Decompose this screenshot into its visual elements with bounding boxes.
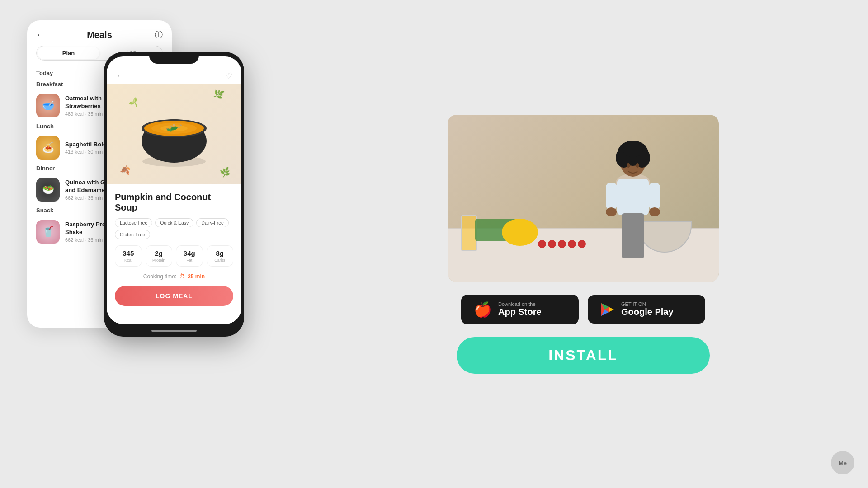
veggie-yellow <box>502 219 538 246</box>
protein-label: Protein <box>148 258 170 263</box>
meal-image-spaghetti: 🍝 <box>36 136 60 160</box>
cooking-time-label: Cooking time: <box>143 273 176 280</box>
meal-image-raspberry: 🥤 <box>36 220 60 244</box>
svg-marker-28 <box>609 307 614 312</box>
svg-rect-21 <box>649 183 660 210</box>
meals-title: Meals <box>87 30 112 40</box>
left-panel: ← Meals ⓘ Plan Log Today Breakfast 🥣 Oat… <box>0 0 298 488</box>
tomato-5 <box>578 240 586 248</box>
fat-value: 34g <box>178 249 201 257</box>
recipe-card: Pumpkin and Coconut Soup Lactose Free Qu… <box>107 184 241 324</box>
info-icon[interactable]: ⓘ <box>155 29 163 40</box>
herb-decoration-1: 🌿 <box>212 88 225 100</box>
meal-image-quinoa: 🥗 <box>36 178 60 202</box>
google-play-text-group: GET IT ON Google Play <box>621 301 674 317</box>
tag-lactose-free: Lactose Free <box>115 218 152 227</box>
herb-decoration-3: 🍂 <box>119 164 131 175</box>
google-play-button[interactable]: GET IT ON Google Play <box>588 295 705 324</box>
timer-icon: ⏱ <box>179 273 185 280</box>
back-icon[interactable]: ← <box>36 30 44 40</box>
svg-point-18 <box>623 143 643 157</box>
tab-plan[interactable]: Plan <box>38 47 99 59</box>
google-play-icon <box>600 302 615 317</box>
kcal-value: 345 <box>117 249 140 257</box>
recipe-heart-icon[interactable]: ♡ <box>225 71 232 81</box>
tags-row: Lactose Free Quick & Easy Dairy-Free Glu… <box>115 218 233 239</box>
woman-figure-svg <box>592 128 674 282</box>
store-buttons-row: 🍎 Download on the App Store GET IT ON Go… <box>461 295 705 324</box>
tag-quick-easy: Quick & Easy <box>155 218 193 227</box>
soup-image-area: 🌿 🌱 🍂 🌿 <box>107 84 241 184</box>
install-button[interactable]: INSTALL <box>457 337 710 374</box>
recipe-screen: ← ♡ <box>107 56 241 324</box>
phone-notch <box>149 52 199 64</box>
phone-header: ← Meals ⓘ <box>27 29 172 46</box>
phone-home-bar <box>104 327 244 337</box>
tag-dairy-free: Dairy-Free <box>196 218 229 227</box>
herb-decoration-4: 🌿 <box>219 166 231 178</box>
tomato-3 <box>558 240 566 248</box>
svg-point-23 <box>649 207 660 216</box>
google-play-sub: GET IT ON <box>621 301 674 307</box>
svg-point-22 <box>606 207 617 216</box>
nutrition-kcal: 345 Kcal <box>115 245 142 267</box>
soup-bowl-svg <box>136 96 212 173</box>
tomato-1 <box>538 240 546 248</box>
svg-point-26 <box>636 163 639 168</box>
cooking-time-value: 25 min <box>188 273 205 280</box>
recipe-phone: ← ♡ <box>104 52 244 337</box>
svg-point-25 <box>627 163 630 168</box>
cooking-time-row: Cooking time: ⏱ 25 min <box>115 273 233 280</box>
svg-rect-20 <box>606 183 617 210</box>
protein-value: 2g <box>148 249 170 257</box>
tomato-4 <box>568 240 576 248</box>
apple-icon: 🍎 <box>474 301 492 318</box>
nutrition-carbs: 8g Carbs <box>207 245 234 267</box>
recipe-back-icon[interactable]: ← <box>116 71 124 81</box>
log-meal-button[interactable]: LOG MEAL <box>115 286 233 306</box>
kcal-label: Kcal <box>117 258 140 263</box>
home-indicator <box>151 330 197 332</box>
tomato-2 <box>548 240 556 248</box>
hero-photo <box>448 115 719 282</box>
app-store-sub: Download on the <box>498 301 542 307</box>
carbs-label: Carbs <box>209 258 231 263</box>
google-play-main: Google Play <box>621 307 674 317</box>
nutrition-protein: 2g Protein <box>146 245 173 267</box>
me-badge[interactable]: Me <box>831 451 854 474</box>
carbs-value: 8g <box>209 249 231 257</box>
app-store-button[interactable]: 🍎 Download on the App Store <box>461 295 579 324</box>
app-store-text-group: Download on the App Store <box>498 301 542 317</box>
fat-label: Fat <box>178 258 201 263</box>
tag-gluten-free: Gluten-Free <box>115 230 150 239</box>
svg-rect-24 <box>622 213 644 258</box>
nutrition-fat: 34g Fat <box>176 245 203 267</box>
svg-rect-19 <box>617 179 649 215</box>
recipe-title: Pumpkin and Coconut Soup <box>115 192 233 213</box>
meal-image-oatmeal: 🥣 <box>36 94 60 117</box>
nutrition-row: 345 Kcal 2g Protein 34g Fat 8g Carbs <box>115 245 233 267</box>
tomatoes <box>538 240 586 248</box>
app-store-main: App Store <box>498 307 542 317</box>
right-panel: 🍎 Download on the App Store GET IT ON Go… <box>298 0 868 488</box>
